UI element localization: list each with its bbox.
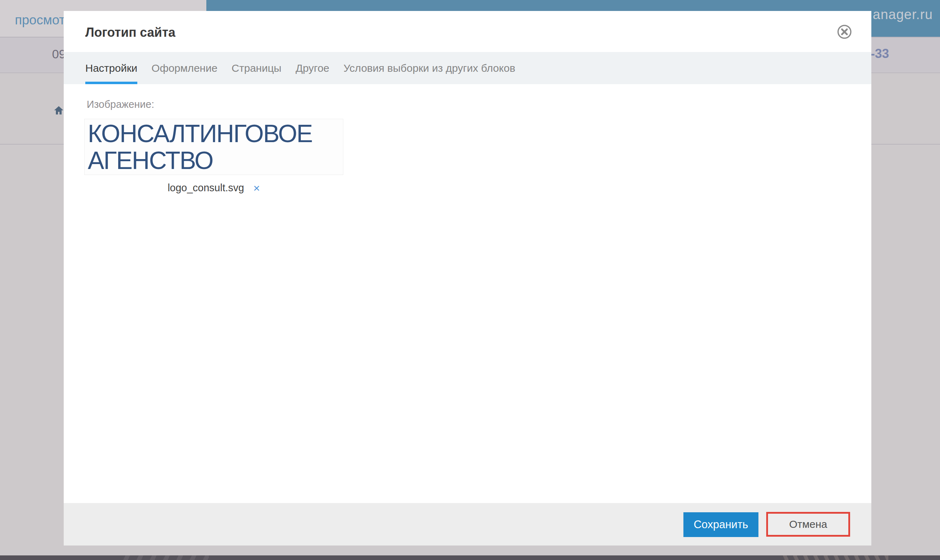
phone-text: -33 <box>871 46 889 61</box>
logo-preview-line1: КОНСАЛТИНГОВОЕ <box>88 120 338 147</box>
tab-other[interactable]: Другое <box>295 52 329 84</box>
tab-design[interactable]: Оформление <box>151 52 217 84</box>
close-icon[interactable] <box>836 24 853 40</box>
dialog-tabbar: Настройки Оформление Страницы Другое Усл… <box>64 52 871 84</box>
footer-strip-texture <box>117 555 209 560</box>
tab-settings[interactable]: Настройки <box>85 52 137 84</box>
site-logo-dialog: Логотип сайта Настройки Оформление Стран… <box>64 11 871 546</box>
cancel-button[interactable]: Отмена <box>766 512 850 537</box>
site-domain-label: anager.ru <box>873 7 933 22</box>
tab-pages[interactable]: Страницы <box>232 52 281 84</box>
save-button[interactable]: Сохранить <box>684 512 758 537</box>
tab-selection-conditions[interactable]: Условия выборки из других блоков <box>344 52 515 84</box>
preview-site-link[interactable]: просмот <box>15 13 65 28</box>
footer-strip-texture <box>779 555 888 560</box>
image-field-label: Изображение: <box>87 98 154 110</box>
dialog-footer: Сохранить Отмена <box>64 503 871 546</box>
logo-preview-line2: АГЕНСТВО <box>88 147 338 174</box>
uploaded-file-name: logo_consult.svg <box>168 182 244 194</box>
remove-file-icon[interactable]: × <box>253 182 260 194</box>
logo-preview: КОНСАЛТИНГОВОЕ АГЕНСТВО <box>84 119 343 175</box>
uploaded-file-row: logo_consult.svg × <box>84 182 343 194</box>
home-icon[interactable] <box>54 106 64 116</box>
dialog-title: Логотип сайта <box>85 25 176 40</box>
